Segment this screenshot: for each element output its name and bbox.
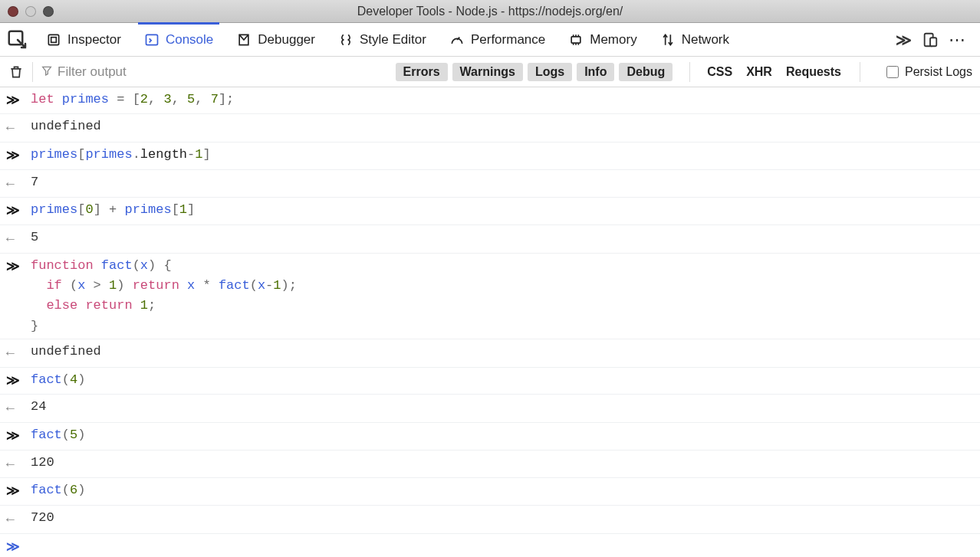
console-input-row: ≫let primes = [2, 3, 5, 7];	[0, 87, 980, 114]
console-input-code: primes[0] + primes[1]	[31, 200, 974, 220]
input-caret-icon: ≫	[6, 202, 18, 221]
persist-logs-checkbox[interactable]	[886, 66, 899, 78]
devtools-tabbar: Inspector Console Debugger Style Editor …	[0, 23, 980, 57]
memory-icon	[568, 32, 584, 48]
filter-xhr-button[interactable]: XHR	[746, 65, 772, 79]
clear-console-button[interactable]	[8, 64, 25, 80]
console-output-row: ←120	[0, 451, 980, 479]
console-output-value: 24	[31, 397, 974, 417]
console-output-row: ←undefined	[0, 339, 980, 368]
console-input-row: ≫primes[0] + primes[1]	[0, 198, 980, 224]
console-output-value: undefined	[31, 342, 974, 362]
debugger-icon	[236, 32, 252, 48]
output-arrow-icon: ←	[6, 229, 15, 251]
log-level-filters: Errors Warnings Logs Info Debug	[396, 63, 673, 81]
tab-memory[interactable]: Memory	[557, 23, 647, 57]
console-output[interactable]: ≫let primes = [2, 3, 5, 7];←undefined≫pr…	[0, 87, 980, 557]
console-prompt-row[interactable]: ≫	[0, 534, 980, 557]
tab-label: Performance	[471, 32, 545, 48]
console-input-code: fact(5)	[31, 425, 974, 445]
window-zoom-button[interactable]	[43, 6, 54, 17]
console-output-value: undefined	[31, 116, 974, 136]
inspector-icon	[46, 32, 61, 48]
input-caret-icon: ≫	[6, 427, 18, 447]
window-close-button[interactable]	[8, 6, 18, 17]
console-input-code: function fact(x) { if (x > 1) return x *…	[31, 256, 974, 336]
console-output-row: ←5	[0, 225, 980, 254]
tab-debugger[interactable]: Debugger	[225, 23, 326, 57]
prompt-caret-icon: ≫	[6, 538, 18, 557]
console-input-row: ≫function fact(x) { if (x > 1) return x …	[0, 254, 980, 339]
output-arrow-icon: ←	[6, 343, 15, 365]
console-output-value: 120	[31, 453, 974, 473]
tab-label: Memory	[590, 32, 636, 48]
console-toolbar: Errors Warnings Logs Info Debug CSS XHR …	[0, 57, 980, 87]
window-titlebar: Developer Tools - Node.js - https://node…	[0, 0, 980, 23]
output-arrow-icon: ←	[6, 118, 15, 139]
output-arrow-icon: ←	[6, 174, 15, 195]
divider	[689, 62, 690, 82]
input-caret-icon: ≫	[6, 482, 18, 502]
tab-label: Console	[166, 32, 213, 48]
console-icon	[144, 32, 159, 48]
tab-network[interactable]: Network	[649, 23, 740, 57]
responsive-design-button[interactable]	[922, 31, 939, 48]
svg-rect-3	[146, 34, 157, 44]
filter-css-button[interactable]: CSS	[707, 65, 732, 79]
tab-performance[interactable]: Performance	[439, 23, 556, 57]
window-minimize-button[interactable]	[25, 6, 36, 17]
divider	[860, 62, 860, 82]
console-input-code: let primes = [2, 3, 5, 7];	[31, 90, 974, 110]
filter-info-button[interactable]: Info	[577, 63, 614, 81]
console-output-row: ←24	[0, 395, 980, 423]
performance-icon	[449, 32, 465, 48]
filter-warnings-button[interactable]: Warnings	[452, 63, 523, 81]
svg-rect-4	[571, 36, 580, 42]
filter-debug-button[interactable]: Debug	[619, 63, 673, 81]
input-caret-icon: ≫	[6, 91, 18, 111]
overflow-tabs-button[interactable]: ≫	[894, 31, 911, 48]
console-output-row: ←7	[0, 170, 980, 198]
tab-inspector[interactable]: Inspector	[35, 23, 132, 57]
filter-requests-button[interactable]: Requests	[786, 65, 841, 79]
console-input-row: ≫fact(4)	[0, 368, 980, 395]
console-input-row: ≫primes[primes.length-1]	[0, 143, 980, 169]
tab-console[interactable]: Console	[133, 23, 224, 57]
console-output-value: 7	[31, 172, 974, 192]
tab-label: Style Editor	[360, 32, 426, 48]
console-input-row: ≫fact(5)	[0, 423, 980, 450]
tab-label: Network	[682, 32, 729, 48]
source-filters: CSS XHR Requests	[707, 65, 841, 79]
divider	[32, 62, 33, 82]
more-options-button[interactable]: ⋯	[949, 31, 966, 48]
filter-logs-button[interactable]: Logs	[528, 63, 572, 81]
persist-logs-label: Persist Logs	[905, 65, 972, 79]
output-arrow-icon: ←	[6, 509, 15, 531]
style-editor-icon	[338, 32, 354, 48]
svg-rect-6	[930, 38, 936, 46]
console-output-value: 720	[31, 508, 974, 528]
filter-icon	[41, 64, 53, 80]
console-input-code: fact(4)	[31, 370, 974, 390]
console-output-row: ←720	[0, 506, 980, 534]
tab-style-editor[interactable]: Style Editor	[327, 23, 437, 57]
window-title: Developer Tools - Node.js - https://node…	[0, 5, 980, 18]
output-arrow-icon: ←	[6, 398, 15, 420]
console-input-code: fact(6)	[31, 480, 974, 500]
input-caret-icon: ≫	[6, 257, 18, 277]
svg-rect-2	[51, 37, 57, 42]
console-input-code: primes[primes.length-1]	[31, 145, 974, 165]
persist-logs-toggle[interactable]: Persist Logs	[886, 65, 972, 79]
output-arrow-icon: ←	[6, 454, 15, 476]
tab-label: Inspector	[67, 32, 121, 48]
network-icon	[660, 32, 676, 48]
filter-errors-button[interactable]: Errors	[396, 63, 448, 81]
console-output-row: ←undefined	[0, 114, 980, 143]
input-caret-icon: ≫	[6, 146, 18, 166]
filter-output-input[interactable]	[58, 64, 173, 80]
tab-label: Debugger	[258, 32, 315, 48]
console-output-value: 5	[31, 228, 974, 247]
element-picker-button[interactable]	[6, 28, 29, 51]
svg-rect-1	[48, 34, 58, 44]
input-caret-icon: ≫	[6, 372, 18, 392]
